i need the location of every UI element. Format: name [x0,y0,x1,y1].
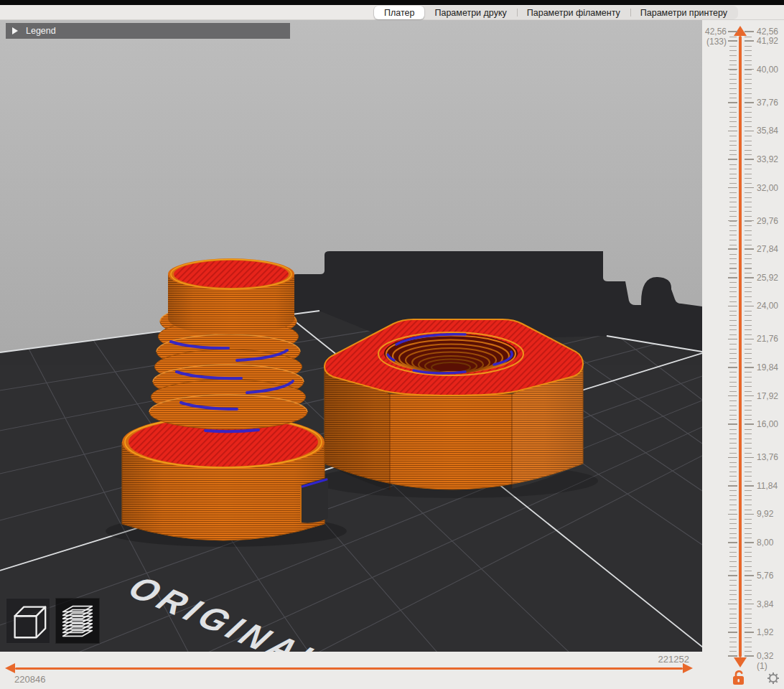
tab[interactable]: Параметри принтеру [630,6,737,19]
tick-dash-right [745,339,754,340]
tick-label: 27,84 [757,244,778,254]
tick-dash-left [728,423,737,425]
tick-label: 11,84 [757,481,778,491]
legend-label: Legend [26,26,56,36]
tick-dash-right [745,187,754,189]
tick-dash-left [728,655,737,657]
tick-dash-left [728,367,737,368]
tick-dash-left [728,604,737,605]
tick-label: 35,84 [757,126,778,136]
tick-dash-right [745,575,754,576]
tick-dash-right [745,131,754,132]
tick-label: 21,76 [757,334,778,344]
tick-label: 37,76 [757,98,778,108]
lock-sliders-button[interactable] [731,669,747,686]
tick-label: 41,92 [757,36,778,46]
tab-label: Параметри друку [434,8,506,18]
tick-dash-left [728,485,737,487]
tab-label: Параметри філаменту [527,8,620,18]
layer-slider-current-layer-count: (133) [706,37,727,47]
tick-dash-right [745,542,754,543]
tick-label: 19,84 [757,362,778,372]
tick-dash-left [728,31,737,32]
tick-dash-right [745,40,754,42]
tick-label: 3,84 [757,599,773,609]
tick-dash-right [745,457,754,459]
layer-stack-icon [56,598,99,644]
tick-dash-right [745,102,754,103]
nut-object[interactable] [325,319,583,490]
legend-collapsed-triangle-icon [12,27,18,34]
tick-dash-left [728,102,737,103]
tick-dash-left [728,306,737,307]
tick-label: 17,92 [757,391,778,401]
tick-label: 24,00 [757,301,778,311]
tick-label: 0,32 [757,651,773,661]
tick-dash-left [728,514,737,515]
move-slider-track[interactable] [15,667,683,670]
tab-label: Параметри принтеру [640,8,727,18]
move-slider-end-value: 221252 [658,654,689,665]
view-mode-toggles [6,598,100,644]
legend-header[interactable]: Legend [6,23,290,39]
tick-label: 9,92 [757,509,773,519]
gcode-preview-viewport[interactable]: ORIGINAL PR [0,20,702,652]
tick-label: 8,00 [757,538,773,548]
move-slider-right-handle[interactable] [683,663,693,673]
slider-settings-button[interactable] [765,670,781,686]
tick-dash-left [728,40,737,42]
tick-dash-right [745,514,754,515]
tick-label: 42,56 [757,27,778,37]
layer-slider-current-value: 42,56 [705,27,727,37]
tick-dash-left [728,248,737,250]
tab[interactable]: Платер [374,6,424,19]
move-slider-left-handle[interactable] [5,663,15,673]
layer-slider-min-layer-count: (1) [757,661,767,671]
tick-dash-right [745,367,754,368]
tab[interactable]: Параметри друку [424,6,516,19]
layer-slider-minor-ticks-right [745,32,752,657]
preview-view-button[interactable] [55,598,100,644]
tick-dash-left [728,575,737,576]
tick-dash-left [728,457,737,459]
layer-slider-track[interactable] [739,36,742,657]
tick-dash-right [745,423,754,425]
tick-dash-right [745,604,754,605]
move-slider-start-value: 220846 [14,674,45,685]
tick-dash-right [745,632,754,633]
bed-3d-scene: ORIGINAL PR [0,20,702,652]
cube-outline-icon [6,598,50,644]
tick-dash-left [728,542,737,543]
tick-label: 13,76 [757,452,778,462]
tick-label: 32,00 [757,183,778,193]
tick-label: 16,00 [757,419,778,429]
tick-label: 5,76 [757,571,773,581]
layer-slider-minor-ticks-left [729,32,737,657]
tick-dash-left [728,339,737,340]
tick-dash-left [728,131,737,132]
tick-label: 1,92 [757,627,773,637]
editor-view-button[interactable] [6,598,50,644]
layer-slider-lower-handle[interactable] [734,657,747,667]
tab-segmented-control: Платер Параметри друку Параметри філамен… [373,6,738,19]
tab[interactable]: Параметри філаменту [517,6,630,19]
tick-dash-right [745,220,754,222]
tick-dash-left [728,277,737,278]
tick-label: 29,76 [757,216,778,226]
tick-dash-left [728,220,737,222]
tick-dash-left [728,632,737,633]
main-tab-bar: Платер Параметри друку Параметри філамен… [0,5,784,20]
tick-dash-right [745,69,754,70]
tick-dash-left [728,187,737,189]
gear-icon [765,670,781,686]
window-title-strip [0,0,784,5]
tick-dash-right [745,306,754,307]
tick-dash-right [745,655,754,657]
tick-dash-right [745,395,754,397]
tick-dash-right [745,31,754,32]
tick-label: 40,00 [757,65,778,75]
tick-dash-left [728,69,737,70]
tick-dash-right [745,159,754,160]
tick-label: 25,92 [757,273,778,283]
layer-slider-panel: 42,56 (133) 42,56 41,92 40,00 [702,20,784,689]
